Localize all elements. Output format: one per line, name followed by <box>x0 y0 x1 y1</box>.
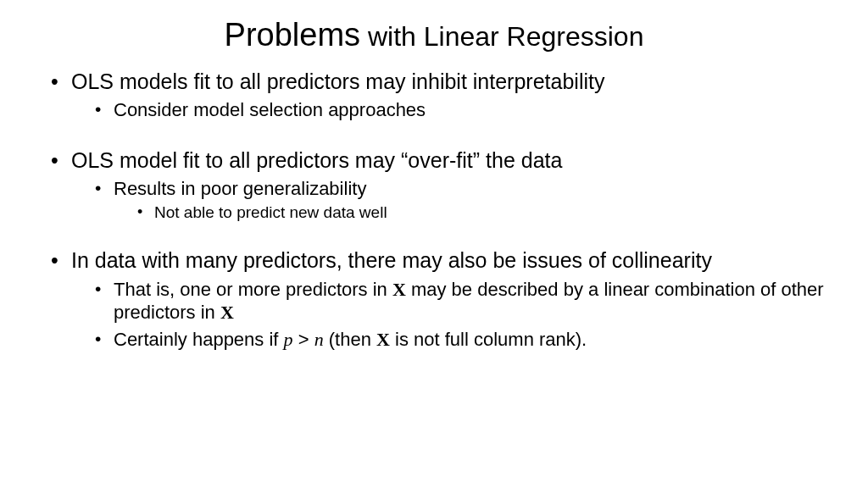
list-item: Results in poor generalizability Not abl… <box>95 177 834 222</box>
bullet-text: Not able to predict new data well <box>154 203 387 221</box>
bullet-text: is not full column rank). <box>390 329 587 350</box>
sub-list: Results in poor generalizability Not abl… <box>95 177 834 222</box>
math-X: X <box>392 279 406 300</box>
list-item: OLS model fit to all predictors may “ove… <box>51 147 834 223</box>
list-item: In data with many predictors, there may … <box>51 247 834 351</box>
list-item: That is, one or more predictors in X may… <box>95 278 834 324</box>
bullet-text: OLS model fit to all predictors may “ove… <box>71 148 562 172</box>
sub-sub-list: Not able to predict new data well <box>137 202 834 223</box>
bullet-text: Certainly happens if <box>114 329 284 350</box>
math-gt: > <box>293 329 314 350</box>
bullet-list: In data with many predictors, there may … <box>51 247 834 351</box>
bullet-text: Consider model selection approaches <box>114 99 426 120</box>
list-item: OLS models fit to all predictors may inh… <box>51 69 834 122</box>
math-n: n <box>314 329 324 350</box>
bullet-text: In data with many predictors, there may … <box>71 248 712 272</box>
math-p: p <box>284 329 293 350</box>
sub-list: That is, one or more predictors in X may… <box>95 278 834 352</box>
list-item: Not able to predict new data well <box>137 202 834 223</box>
list-item: Consider model selection approaches <box>95 98 834 122</box>
slide-title: Problems with Linear Regression <box>34 17 834 53</box>
math-X: X <box>220 302 234 323</box>
bullet-text: That is, one or more predictors in <box>114 279 392 300</box>
spacer <box>51 125 834 147</box>
title-main: Problems <box>225 17 361 53</box>
math-X: X <box>376 329 390 350</box>
list-item: Certainly happens if p > n (then X is no… <box>95 328 834 352</box>
sub-list: Consider model selection approaches <box>95 98 834 122</box>
bullet-text: Results in poor generalizability <box>114 178 366 199</box>
bullet-list: OLS model fit to all predictors may “ove… <box>51 147 834 223</box>
spacer <box>51 225 834 247</box>
bullet-text: (then <box>324 329 376 350</box>
bullet-list: OLS models fit to all predictors may inh… <box>51 69 834 122</box>
bullet-text: OLS models fit to all predictors may inh… <box>71 69 604 93</box>
title-sub: with Linear Regression <box>360 21 643 52</box>
